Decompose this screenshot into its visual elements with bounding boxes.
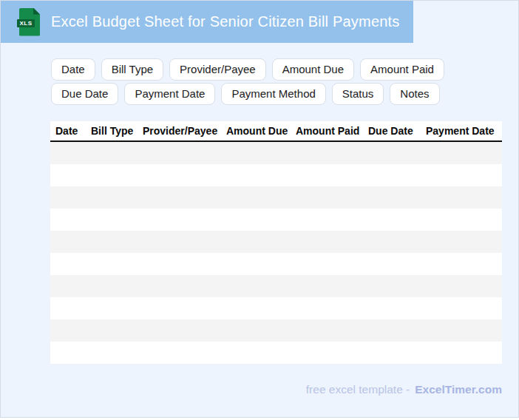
column-header-date: Date <box>50 125 86 137</box>
table-row <box>50 253 502 275</box>
column-header-amount-due: Amount Due <box>221 125 291 137</box>
table-header-row: DateBill TypeProvider/PayeeAmount DueAmo… <box>50 121 502 142</box>
column-header-due-date: Due Date <box>363 125 421 137</box>
chip-amount-paid[interactable]: Amount Paid <box>360 58 444 81</box>
chip-provider-payee[interactable]: Provider/Payee <box>169 58 266 81</box>
table-row <box>50 342 502 364</box>
table-row <box>50 231 502 253</box>
field-chips: DateBill TypeProvider/PayeeAmount DueAmo… <box>51 58 477 105</box>
column-header-amount-paid: Amount Paid <box>291 125 363 137</box>
chip-status[interactable]: Status <box>332 83 384 105</box>
table-row <box>50 319 502 342</box>
chip-bill-type[interactable]: Bill Type <box>101 58 163 81</box>
column-header-bill-type: Bill Type <box>86 125 138 137</box>
table-row <box>50 186 502 209</box>
footer-brand-link[interactable]: ExcelTimer.com <box>415 383 502 396</box>
chip-payment-date[interactable]: Payment Date <box>124 83 215 105</box>
footer: free excel template -ExcelTimer.com <box>306 383 502 396</box>
column-header-provider-payee: Provider/Payee <box>138 125 221 137</box>
table-row <box>50 297 502 319</box>
table-body <box>50 142 502 364</box>
table-row <box>50 142 502 164</box>
xls-file-icon: XLS <box>17 8 40 36</box>
column-header-payment-date: Payment Date <box>421 125 502 137</box>
xls-label: XLS <box>17 19 35 27</box>
title-bar: XLS Excel Budget Sheet for Senior Citize… <box>1 1 413 43</box>
page-title: Excel Budget Sheet for Senior Citizen Bi… <box>51 13 400 30</box>
bills-table: DateBill TypeProvider/PayeeAmount DueAmo… <box>50 121 502 364</box>
footer-caption: free excel template - <box>306 383 410 396</box>
table-row <box>50 209 502 231</box>
table-row <box>50 164 502 186</box>
chip-due-date[interactable]: Due Date <box>51 83 118 105</box>
folded-corner <box>33 8 40 15</box>
screenshot-canvas: XLS Excel Budget Sheet for Senior Citize… <box>0 0 519 420</box>
chip-date[interactable]: Date <box>51 58 95 81</box>
table-row <box>50 275 502 297</box>
chip-amount-due[interactable]: Amount Due <box>272 58 354 81</box>
chip-notes[interactable]: Notes <box>390 83 439 105</box>
chip-payment-method[interactable]: Payment Method <box>221 83 325 105</box>
page-background: XLS Excel Budget Sheet for Senior Citize… <box>0 0 519 418</box>
